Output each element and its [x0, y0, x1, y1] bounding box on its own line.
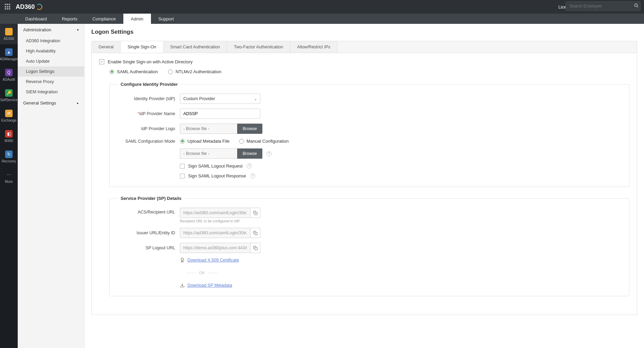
manual-config-radio[interactable] — [239, 139, 244, 144]
upload-metadata-label: Upload Metadata File — [187, 139, 230, 144]
saml-auth-radio[interactable] — [109, 69, 114, 74]
nav-dashboard[interactable]: Dashboard — [18, 14, 55, 24]
ntlm-auth-radio[interactable] — [168, 69, 173, 74]
chevron-down-icon: ▾ — [77, 28, 79, 32]
idp-name-input[interactable] — [180, 109, 260, 119]
sp-fieldset: Service Provider (SP) Details ACS/Recipi… — [109, 196, 629, 296]
conf-mode-label: SAML Configuration Mode — [118, 139, 180, 144]
sign-logout-response-label: Sign SAML Logout Response — [188, 173, 246, 178]
sidebar-section-administration[interactable]: Administration▾ — [18, 24, 84, 36]
tab-sso[interactable]: Single Sign-On — [121, 41, 163, 53]
idp-select[interactable]: Custom Provider⌄ — [180, 94, 260, 104]
metadata-file-input — [180, 148, 237, 159]
help-icon[interactable]: ? — [250, 173, 255, 178]
sidebar-item-siem[interactable]: SIEM Integration — [18, 87, 84, 97]
acs-url-label: ACS/Recipient URL — [118, 208, 180, 215]
certificate-icon — [180, 258, 185, 263]
saml-auth-label: SAML Authentication — [117, 69, 158, 74]
enable-sso-label: Enable Single Sign-on with Active Direct… — [108, 59, 193, 64]
apps-grid-icon[interactable] — [5, 4, 11, 10]
idp-logo-file-input — [180, 124, 237, 134]
idp-fieldset: Configure Identity Provider Identity Pro… — [109, 82, 629, 187]
rail-adaudit[interactable]: QADAudit — [0, 65, 18, 85]
acs-hint: Recipient URL to be configured in IdP. — [180, 219, 260, 223]
brand-logo: AD360 — [16, 3, 42, 11]
sign-logout-response-checkbox[interactable] — [180, 174, 185, 178]
rail-exchange[interactable]: ✉Exchange — [0, 106, 18, 126]
settings-tabs: General Single Sign-On Smart Card Authen… — [91, 41, 637, 53]
tab-general[interactable]: General — [92, 41, 121, 53]
nav-compliance[interactable]: Compliance — [85, 14, 123, 24]
svg-point-5 — [181, 258, 184, 260]
tab-smartcard[interactable]: Smart Card Authentication — [164, 41, 227, 53]
sp-legend: Service Provider (SP) Details — [118, 196, 184, 201]
svg-rect-3 — [255, 232, 257, 235]
rail-recovery[interactable]: ↻Recovery — [0, 146, 18, 167]
issuer-url-input — [180, 228, 250, 238]
idp-name-label: *IdP Provider Name — [118, 111, 180, 116]
sp-logout-label: SP Logout URL — [118, 246, 180, 250]
search-input[interactable] — [566, 1, 641, 11]
chevron-right-icon: ▸ — [77, 101, 79, 105]
tab-allowip[interactable]: Allow/Restrict IPs — [290, 41, 337, 53]
idp-logo-browse-button[interactable]: Browse — [237, 124, 262, 134]
nav-admin[interactable]: Admin — [123, 14, 151, 24]
upload-metadata-radio[interactable] — [180, 139, 185, 144]
idp-legend: Configure Identity Provider — [118, 82, 181, 87]
sign-logout-request-label: Sign SAML Logout Request — [188, 163, 243, 169]
sidebar-item-integration[interactable]: AD360 Integration — [18, 36, 84, 46]
or-divider: OR — [199, 271, 205, 275]
svg-point-0 — [634, 4, 637, 6]
tab-tfa[interactable]: Two-Factor Authentication — [227, 41, 290, 53]
idp-label: Identity Provider (IdP) — [118, 96, 180, 101]
settings-sidebar: Administration▾ AD360 Integration High A… — [18, 24, 85, 348]
rail-selfservice[interactable]: 🔑SelfService — [0, 85, 18, 106]
rail-admanager[interactable]: ▲ADManager — [0, 44, 18, 65]
nav-support[interactable]: Support — [151, 14, 182, 24]
download-icon — [180, 283, 185, 288]
issuer-copy-button[interactable] — [250, 228, 260, 238]
chevron-down-icon: ⌄ — [254, 97, 257, 101]
manual-config-label: Manual Configuration — [247, 139, 289, 144]
acs-url-input — [180, 208, 250, 218]
metadata-browse-button[interactable]: Browse — [237, 148, 262, 159]
help-icon[interactable]: ? — [266, 151, 272, 156]
sign-logout-request-checkbox[interactable] — [180, 164, 185, 169]
enable-sso-checkbox[interactable]: ✓ — [99, 59, 104, 64]
product-rail: ⊞AD360 ▲ADManager QADAudit 🔑SelfService … — [0, 14, 18, 348]
issuer-url-label: Issuer URL/Entity ID — [118, 231, 180, 235]
rail-more[interactable]: ⋯More — [0, 167, 18, 187]
rail-m365[interactable]: ◧M365 — [0, 126, 18, 146]
search-icon[interactable] — [634, 3, 639, 9]
sp-logout-copy-button[interactable] — [250, 243, 260, 253]
acs-copy-button[interactable] — [250, 208, 260, 218]
download-metadata-link[interactable]: Download SP Metadata — [187, 283, 232, 288]
download-cert-link[interactable]: Download X.509 Certificate — [187, 258, 239, 263]
svg-rect-4 — [255, 247, 257, 250]
nav-reports[interactable]: Reports — [55, 14, 85, 24]
idp-logo-label: IdP Provider Logo — [118, 126, 180, 131]
sidebar-item-proxy[interactable]: Reverse Proxy — [18, 77, 84, 87]
svg-line-1 — [637, 6, 638, 7]
help-icon[interactable]: ? — [247, 163, 252, 169]
rail-ad360[interactable]: ⊞AD360 — [0, 24, 18, 44]
sidebar-item-autoupdate[interactable]: Auto Update — [18, 56, 84, 66]
page-title: Logon Settings — [91, 29, 637, 35]
ntlm-auth-label: NTLMv2 Authentication — [175, 69, 221, 74]
sidebar-item-logon[interactable]: Logon Settings — [18, 66, 84, 77]
sidebar-section-general[interactable]: General Settings▸ — [18, 97, 84, 109]
sp-logout-input — [180, 243, 250, 253]
sidebar-item-ha[interactable]: High Availability — [18, 46, 84, 56]
svg-rect-2 — [255, 212, 257, 215]
